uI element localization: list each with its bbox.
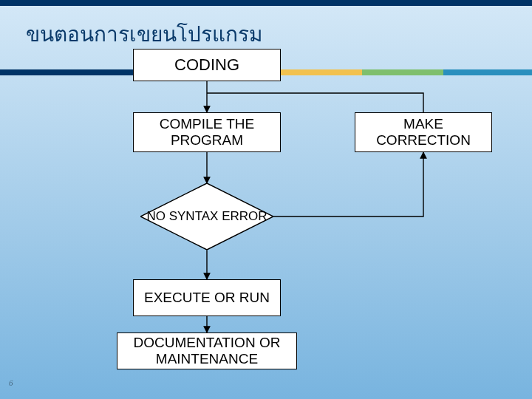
flow-connectors: [0, 0, 532, 399]
page-number: 6: [9, 378, 13, 387]
